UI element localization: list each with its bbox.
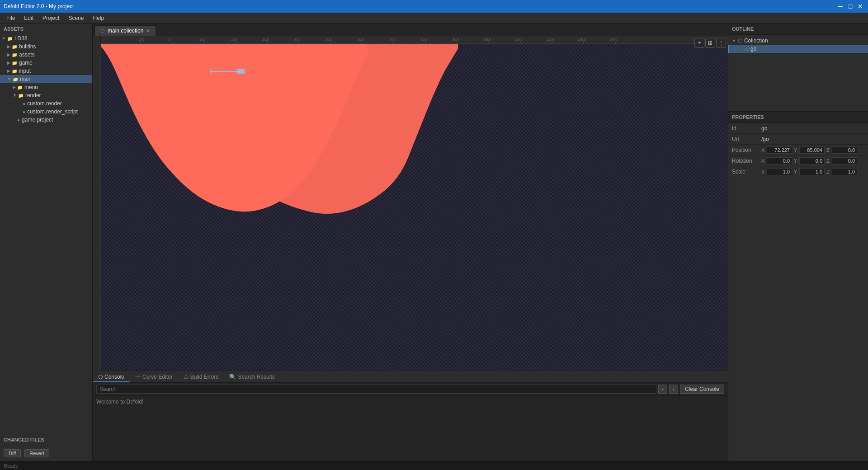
assets-tree: ▼ 📁 LD38 ▶ 📁 builtins ▶ 📁 assets: [0, 34, 92, 434]
search-results-icon: 🔍: [229, 374, 236, 380]
outline-item-collection[interactable]: ▼ ⬡ Collection: [728, 37, 868, 45]
prop-rotation-z: Z: [826, 157, 857, 164]
menu-help[interactable]: Help: [88, 14, 108, 22]
console-search-bar: ‹ › Clear Console: [93, 383, 728, 396]
minimize-button[interactable]: ─: [836, 2, 844, 10]
editor-tab-main-collection[interactable]: ⬡ main.collection ×: [94, 25, 156, 36]
build-errors-icon: ⚠: [184, 374, 189, 380]
prop-input-rotation-x[interactable]: [767, 157, 792, 164]
console-nav-prev[interactable]: ‹: [658, 385, 667, 394]
tree-item-main[interactable]: ▼ 📁 main: [0, 75, 92, 83]
prop-input-position-y[interactable]: [799, 146, 825, 154]
prop-position-x: X: [761, 146, 792, 154]
svg-text:-10.0: -10.0: [137, 38, 144, 41]
prop-y-label-scale: Y: [794, 169, 798, 174]
prop-y-label-position: Y: [794, 147, 798, 153]
prop-input-rotation-z[interactable]: [832, 157, 857, 164]
svg-text:10.0: 10.0: [199, 38, 206, 41]
diff-revert-area: Diff Revert: [4, 449, 49, 457]
console-search-input[interactable]: [96, 385, 656, 394]
revert-button[interactable]: Revert: [24, 449, 49, 457]
tree-item-input[interactable]: ▶ 📁 input: [0, 67, 92, 75]
tree-item-assets[interactable]: ▶ 📁 assets: [0, 51, 92, 59]
tree-item-custom-render-script[interactable]: ▶ ● custom.render_script: [0, 108, 92, 116]
folder-icon-assets: 📁: [12, 52, 17, 57]
prop-input-position-z[interactable]: [832, 146, 857, 154]
tree-item-render[interactable]: ▼ 📁 render: [0, 91, 92, 99]
prop-input-scale-z[interactable]: [832, 168, 857, 175]
svg-text:0: 0: [169, 38, 170, 41]
prop-x-label-rotation: X: [761, 158, 766, 164]
viewport-snap-button[interactable]: ⊞: [705, 38, 715, 48]
prop-input-rotation-y[interactable]: [799, 157, 825, 164]
prop-input-scale-x[interactable]: [767, 168, 792, 175]
prop-label-scale: Scale: [732, 169, 761, 175]
console-nav-next[interactable]: ›: [669, 385, 678, 394]
tree-label-ld38: LD38: [14, 35, 28, 42]
menu-scene[interactable]: Scene: [64, 14, 88, 22]
tree-label-menu: menu: [24, 84, 38, 90]
svg-text:20.0: 20.0: [231, 38, 237, 41]
restore-button[interactable]: □: [846, 2, 854, 10]
tree-label-main: main: [20, 76, 32, 82]
expand-arrow-builtins: ▶: [7, 44, 10, 49]
prop-row-rotation: Rotation X Y Z: [728, 155, 868, 166]
svg-text:110.0: 110.0: [514, 38, 523, 41]
prop-position-y: Y: [794, 146, 825, 154]
prop-x-label-scale: X: [761, 169, 766, 174]
expand-arrow-input: ▶: [7, 69, 10, 73]
svg-text:90.0: 90.0: [453, 38, 459, 41]
prop-scale-x: X: [761, 168, 792, 175]
menu-project[interactable]: Project: [38, 14, 64, 22]
tree-item-game[interactable]: ▶ 📁 game: [0, 59, 92, 67]
menu-edit[interactable]: Edit: [19, 14, 38, 22]
folder-icon-input: 📁: [12, 69, 17, 74]
collection-outline-icon: ⬡: [738, 38, 742, 44]
prop-input-scale-y[interactable]: [799, 168, 825, 175]
search-results-tab-label: Search Results: [238, 374, 274, 380]
prop-rotation-x: X: [761, 157, 792, 164]
viewport-toolbar: + ⊞ ⋮: [694, 38, 726, 48]
tree-item-builtins[interactable]: ▶ 📁 builtins: [0, 42, 92, 51]
tree-item-menu[interactable]: ▶ 📁 menu: [0, 83, 92, 91]
file-icon-custom-render-script: ●: [23, 109, 25, 114]
tree-label-game: game: [19, 60, 33, 66]
prop-position-z: Z: [826, 146, 857, 154]
viewport-grid-button[interactable]: ⋮: [716, 38, 726, 48]
assets-panel: Assets ▼ 📁 LD38 ▶ 📁 builtins ▶ 📁: [0, 24, 92, 434]
curve-editor-tab-label: Curve Editor: [142, 374, 173, 380]
prop-input-position-x[interactable]: [767, 146, 792, 154]
center-area: ⬡ main.collection × -10.0 0 10.0 20.0: [93, 24, 728, 470]
console-tab-curve-editor[interactable]: 〰 Curve Editor: [130, 372, 178, 382]
diff-button[interactable]: Diff: [4, 449, 21, 457]
prop-label-id: Id: [732, 125, 761, 132]
console-content: Welcome to Defold!: [93, 396, 728, 470]
console-tab-search-results[interactable]: 🔍 Search Results: [224, 372, 280, 382]
outline-item-go[interactable]: ▶ ⊙ go: [728, 45, 868, 53]
viewport[interactable]: -10.0 0 10.0 20.0 30.0 40.0 50.0 60.0 70…: [93, 36, 728, 371]
console-tab-build-errors[interactable]: ⚠ Build Errors: [178, 372, 224, 382]
tab-bar: ⬡ main.collection ×: [93, 24, 728, 36]
expand-arrow-menu: ▶: [13, 85, 16, 89]
statusbar-text: Ready: [4, 463, 18, 469]
tree-label-input: input: [19, 68, 31, 74]
file-icon-custom-render: ●: [23, 101, 25, 106]
prop-row-position: Position X Y Z: [728, 145, 868, 155]
tree-item-ld38[interactable]: ▼ 📁 LD38: [0, 34, 92, 42]
tree-item-custom-render[interactable]: ▶ ● custom.render: [0, 99, 92, 108]
svg-text:50.0: 50.0: [326, 38, 332, 41]
tree-label-assets: assets: [19, 52, 35, 58]
tab-close-button[interactable]: ×: [146, 28, 150, 34]
clear-console-button[interactable]: Clear Console: [680, 385, 724, 394]
prop-scale-fields: X Y Z: [761, 168, 864, 175]
console-tab-console[interactable]: ⬡ Console: [93, 372, 130, 382]
ruler-left: -2680 -2700 -2720 -2740 -2760 -2780 -280…: [93, 36, 101, 371]
menu-file[interactable]: File: [2, 14, 19, 22]
camera-handle[interactable]: [210, 67, 246, 77]
svg-text:40.0: 40.0: [294, 38, 301, 41]
build-errors-tab-label: Build Errors: [190, 374, 219, 380]
close-button[interactable]: ✕: [856, 2, 864, 10]
viewport-add-button[interactable]: +: [694, 38, 704, 48]
tree-item-game-project[interactable]: ▶ ● game.project: [0, 116, 92, 124]
expand-arrow-game: ▶: [7, 61, 10, 65]
